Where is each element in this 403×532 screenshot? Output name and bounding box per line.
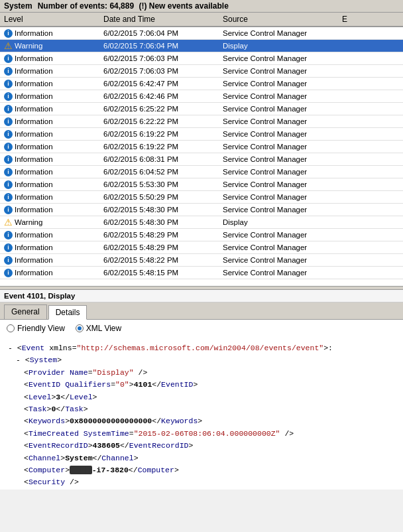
xml-view-label: XML View bbox=[86, 324, 121, 333]
level-cell: iInformation bbox=[3, 231, 102, 239]
xml-line: <Level>3</Level> bbox=[8, 391, 395, 403]
source-cell: Service Control Manager bbox=[221, 193, 341, 201]
level-cell: iInformation bbox=[3, 143, 102, 151]
datetime-cell: 6/02/2015 7:06:04 PM bbox=[102, 29, 221, 37]
table-row[interactable]: iInformation 6/02/2015 5:48:22 PM Servic… bbox=[0, 254, 403, 267]
info-icon: i bbox=[4, 193, 13, 202]
source-cell: Service Control Manager bbox=[221, 29, 341, 37]
source-cell: Service Control Manager bbox=[221, 231, 341, 239]
tab-details[interactable]: Details bbox=[48, 305, 87, 320]
level-cell: iInformation bbox=[3, 155, 102, 164]
table-row[interactable]: iInformation 6/02/2015 6:42:46 PM Servic… bbox=[0, 90, 403, 103]
info-icon: i bbox=[4, 29, 13, 38]
xml-line: - <System> bbox=[8, 354, 395, 366]
datetime-cell: 6/02/2015 5:48:22 PM bbox=[102, 256, 221, 264]
source-cell: Service Control Manager bbox=[221, 256, 341, 264]
source-cell: Service Control Manager bbox=[221, 180, 341, 188]
source-cell: Service Control Manager bbox=[221, 168, 341, 176]
datetime-cell: 6/02/2015 7:06:03 PM bbox=[102, 54, 221, 62]
level-cell: iInformation bbox=[3, 180, 102, 189]
event-list[interactable]: iInformation 6/02/2015 7:06:04 PM Servic… bbox=[0, 27, 403, 286]
datetime-cell: 6/02/2015 5:48:29 PM bbox=[102, 243, 221, 251]
level-cell: iInformation bbox=[3, 206, 102, 214]
level-cell: iInformation bbox=[3, 105, 102, 113]
xml-line: <TimeCreated SystemTime="2015-02-06T08:0… bbox=[8, 428, 395, 440]
xml-radio[interactable] bbox=[76, 324, 84, 332]
level-cell: iInformation bbox=[3, 168, 102, 176]
table-row[interactable]: iInformation 6/02/2015 6:25:22 PM Servic… bbox=[0, 103, 403, 115]
source-cell: Service Control Manager bbox=[221, 67, 341, 75]
info-icon: i bbox=[4, 231, 13, 239]
source-cell: Service Control Manager bbox=[221, 80, 341, 88]
table-row[interactable]: iInformation 6/02/2015 5:50:29 PM Servic… bbox=[0, 191, 403, 204]
table-row[interactable]: iInformation 6/02/2015 5:48:29 PM Servic… bbox=[0, 241, 403, 254]
info-icon: i bbox=[4, 105, 13, 113]
info-icon: i bbox=[4, 180, 13, 189]
level-cell: iInformation bbox=[3, 193, 102, 202]
level-cell: iInformation bbox=[3, 80, 102, 88]
col-datetime: Date and Time bbox=[102, 15, 221, 24]
source-cell: Display bbox=[221, 218, 341, 226]
datetime-cell: 6/02/2015 6:08:31 PM bbox=[102, 155, 221, 163]
xml-line: <EventRecordID>438605</EventRecordID> bbox=[8, 440, 395, 452]
datetime-cell: 6/02/2015 6:42:47 PM bbox=[102, 80, 221, 88]
info-icon: i bbox=[4, 243, 13, 252]
source-cell: Service Control Manager bbox=[221, 206, 341, 214]
level-cell: iInformation bbox=[3, 117, 102, 126]
level-cell: ⚠Warning bbox=[3, 217, 102, 228]
table-row[interactable]: iInformation 6/02/2015 5:53:30 PM Servic… bbox=[0, 178, 403, 191]
datetime-cell: 6/02/2015 5:48:30 PM bbox=[102, 206, 221, 214]
info-icon: i bbox=[4, 67, 13, 76]
info-icon: i bbox=[4, 256, 13, 265]
info-icon: i bbox=[4, 155, 13, 164]
datetime-cell: 6/02/2015 6:04:52 PM bbox=[102, 168, 221, 176]
table-row[interactable]: iInformation 6/02/2015 7:06:04 PM Servic… bbox=[0, 27, 403, 40]
info-icon: i bbox=[4, 130, 13, 139]
xml-line: <Provider Name="Display" /> bbox=[8, 367, 395, 379]
friendly-view-option[interactable]: Friendly View bbox=[7, 324, 65, 333]
xml-line: <Security /> bbox=[8, 476, 395, 488]
level-cell: iInformation bbox=[3, 130, 102, 139]
level-cell: iInformation bbox=[3, 256, 102, 265]
xml-line: <Task>0</Task> bbox=[8, 403, 395, 415]
table-row[interactable]: iInformation 6/02/2015 6:08:31 PM Servic… bbox=[0, 153, 403, 166]
info-icon: i bbox=[4, 269, 13, 277]
info-icon: i bbox=[4, 206, 13, 214]
table-row[interactable]: iInformation 6/02/2015 5:48:30 PM Servic… bbox=[0, 204, 403, 216]
tabs-bar: General Details bbox=[0, 302, 403, 320]
source-cell: Service Control Manager bbox=[221, 130, 341, 138]
view-options: Friendly View XML View bbox=[0, 320, 403, 337]
table-row[interactable]: iInformation 6/02/2015 6:19:22 PM Servic… bbox=[0, 128, 403, 141]
table-row[interactable]: ⚠Warning 6/02/2015 7:06:04 PM Display bbox=[0, 40, 403, 52]
datetime-cell: 6/02/2015 5:50:29 PM bbox=[102, 193, 221, 201]
warning-icon: ⚠ bbox=[4, 217, 13, 228]
table-row[interactable]: iInformation 6/02/2015 7:06:03 PM Servic… bbox=[0, 65, 403, 78]
col-source: Source bbox=[221, 15, 341, 24]
datetime-cell: 6/02/2015 6:42:46 PM bbox=[102, 92, 221, 100]
table-row[interactable]: iInformation 6/02/2015 6:22:22 PM Servic… bbox=[0, 115, 403, 128]
col-eventid: E bbox=[341, 15, 400, 24]
xml-line: </System> bbox=[8, 489, 395, 490]
xml-line: - <Event xmlns="http://schemas.microsoft… bbox=[8, 342, 395, 354]
source-cell: Service Control Manager bbox=[221, 92, 341, 100]
datetime-cell: 6/02/2015 6:22:22 PM bbox=[102, 117, 221, 125]
tab-general[interactable]: General bbox=[4, 304, 47, 319]
level-cell: iInformation bbox=[3, 269, 102, 277]
xml-line: <EventID Qualifiers="0">4101</EventID> bbox=[8, 379, 395, 391]
table-row[interactable]: iInformation 6/02/2015 5:48:29 PM Servic… bbox=[0, 229, 403, 241]
xml-content: - <Event xmlns="http://schemas.microsoft… bbox=[0, 337, 403, 490]
level-cell: iInformation bbox=[3, 29, 102, 38]
xml-line: <Channel>System</Channel> bbox=[8, 452, 395, 464]
event-count: Number of events: 64,889 (!) New events … bbox=[38, 1, 229, 11]
table-row[interactable]: iInformation 6/02/2015 6:42:47 PM Servic… bbox=[0, 78, 403, 90]
table-row[interactable]: ⚠Warning 6/02/2015 5:48:30 PM Display bbox=[0, 216, 403, 229]
table-row[interactable]: iInformation 6/02/2015 5:48:15 PM Servic… bbox=[0, 267, 403, 279]
datetime-cell: 6/02/2015 6:19:22 PM bbox=[102, 143, 221, 151]
xml-view-option[interactable]: XML View bbox=[76, 324, 121, 333]
table-row[interactable]: iInformation 6/02/2015 6:19:22 PM Servic… bbox=[0, 141, 403, 153]
table-row[interactable]: iInformation 6/02/2015 7:06:03 PM Servic… bbox=[0, 52, 403, 65]
table-row[interactable]: iInformation 6/02/2015 6:04:52 PM Servic… bbox=[0, 166, 403, 178]
source-cell: Service Control Manager bbox=[221, 155, 341, 163]
app-name: System bbox=[4, 1, 32, 11]
friendly-radio[interactable] bbox=[7, 324, 15, 332]
